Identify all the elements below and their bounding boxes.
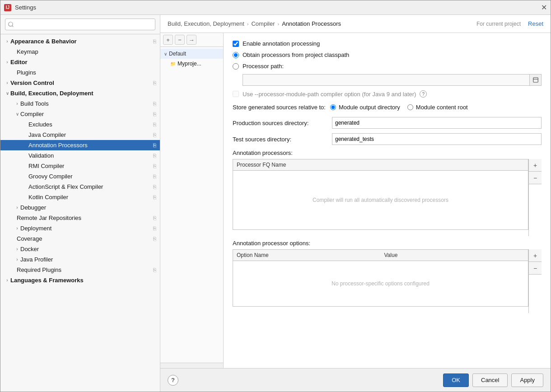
copy-icon: ⎘ [153,101,156,107]
add-option-button[interactable]: + [529,249,542,262]
copy-icon: ⎘ [153,80,156,86]
sidebar-item-label: Kotlin Compiler [28,194,153,201]
production-sources-row: Production sources directory: [233,117,542,129]
sidebar-item-appearance[interactable]: › Appearance & Behavior ⎘ [0,36,160,47]
titlebar: IJ Settings ✕ [0,0,551,15]
sidebar-item-java-profiler[interactable]: › Java Profiler [0,254,160,265]
sidebar-item-label: Java Compiler [28,131,153,138]
cancel-button[interactable]: Cancel [472,373,508,387]
module-content-radio[interactable] [407,104,413,110]
sidebar-item-validation[interactable]: Validation ⎘ [0,150,160,161]
expand-arrow: › [14,257,20,262]
module-content-radio-opt: Module content root [407,104,468,111]
production-sources-input[interactable] [332,117,542,129]
remove-profile-button[interactable]: − [175,35,185,45]
obtain-classpath-radio[interactable] [233,52,239,58]
window-title: Settings [15,4,36,11]
module-path-label: Use --processor-module-path compiler opt… [243,91,416,98]
sidebar-item-groovy-compiler[interactable]: Groovy Compiler ⎘ [0,171,160,182]
sidebar-item-debugger[interactable]: › Debugger [0,202,160,213]
close-button[interactable]: ✕ [541,4,547,11]
profile-scrollbar[interactable] [160,363,223,368]
sidebar-item-label: Deployment [20,225,153,232]
options-table-body: No processor-specific options configured [233,261,528,306]
profile-item-default[interactable]: ∨ Default [160,49,223,59]
expand-arrow: › [4,278,10,283]
sidebar-item-label: RMI Compiler [28,163,153,169]
apply-button[interactable]: Apply [511,373,543,387]
navigate-profile-button[interactable]: → [187,35,196,45]
copy-icon: ⎘ [153,236,156,242]
module-output-radio[interactable] [330,104,336,110]
breadcrumb: Build, Execution, Deployment › Compiler … [168,20,341,27]
sidebar-item-build[interactable]: ∨ Build, Execution, Deployment [0,88,160,98]
copy-icon: ⎘ [153,38,156,45]
sidebar-item-java-compiler[interactable]: Java Compiler ⎘ [0,130,160,140]
test-sources-input[interactable] [332,133,542,145]
copy-icon: ⎘ [153,173,156,180]
processors-section-label: Annotation processors: [233,149,542,156]
help-icon[interactable]: ? [420,90,427,98]
help-button[interactable]: ? [168,375,178,386]
search-input[interactable] [5,19,155,30]
path-input-row [243,74,542,86]
sidebar-item-label: Editor [10,59,160,65]
sidebar-item-editor[interactable]: › Editor [0,57,160,67]
copy-icon: ⎘ [153,153,156,159]
remove-option-button[interactable]: − [529,262,542,275]
profile-list: ∨ Default 📁 Myproje... [160,47,223,363]
sidebar: › Appearance & Behavior ⎘ Keymap › Edito… [0,15,160,392]
processor-path-radio[interactable] [233,63,239,70]
profile-item-myproject[interactable]: 📁 Myproje... [160,59,223,69]
remove-processor-button[interactable]: − [529,172,542,184]
ok-button[interactable]: OK [443,373,469,387]
expand-arrow: ∨ [4,91,10,96]
options-table-header: Option Name Value [233,250,528,261]
browse-path-button[interactable] [530,74,542,86]
settings-window: IJ Settings ✕ › Appearance & Behavior ⎘ [0,0,551,392]
sidebar-item-build-tools[interactable]: › Build Tools ⎘ [0,98,160,109]
sidebar-item-actionscript-compiler[interactable]: ActionScript & Flex Compiler ⎘ [0,182,160,192]
sidebar-item-rmi-compiler[interactable]: RMI Compiler ⎘ [0,161,160,171]
sidebar-item-coverage[interactable]: Coverage ⎘ [0,233,160,244]
sidebar-item-remote-jar[interactable]: Remote Jar Repositories ⎘ [0,213,160,223]
sidebar-item-languages[interactable]: › Languages & Frameworks [0,275,160,285]
processors-table: Processor FQ Name Compiler will run all … [233,159,528,236]
sidebar-item-label: Debugger [20,204,160,211]
sidebar-item-version-control[interactable]: › Version Control ⎘ [0,78,160,88]
sidebar-item-label: Version Control [10,79,153,86]
sidebar-item-plugins[interactable]: Plugins [0,67,160,78]
sidebar-item-docker[interactable]: › Docker [0,244,160,254]
reset-button[interactable]: Reset [528,20,543,27]
breadcrumb-seg2: Compiler [251,20,275,27]
content-area: + − → ∨ Default 📁 [160,33,551,368]
sidebar-item-annotation-processors[interactable]: Annotation Processors ⎘ [0,140,160,150]
processor-path-label: Processor path: [243,63,284,70]
processor-path-input[interactable] [243,74,530,86]
sidebar-item-label: Coverage [17,235,153,242]
test-sources-label: Test sources directory: [233,136,332,143]
expand-arrow: › [4,39,10,44]
add-profile-button[interactable]: + [163,35,173,45]
add-processor-button[interactable]: + [529,159,542,172]
sidebar-item-kotlin-compiler[interactable]: Kotlin Compiler ⎘ [0,192,160,202]
sidebar-item-excludes[interactable]: Excludes ⎘ [0,119,160,130]
sidebar-item-required-plugins[interactable]: Required Plugins ⎘ [0,265,160,275]
sidebar-item-deployment[interactable]: › Deployment ⎘ [0,223,160,233]
store-sources-label: Store generated sources relative to: [233,104,326,111]
sidebar-item-compiler[interactable]: ∨ Compiler ⎘ [0,109,160,119]
search-box [0,15,160,34]
sidebar-item-label: Build Tools [20,100,153,107]
sidebar-item-label: ActionScript & Flex Compiler [28,183,153,190]
copy-icon: ⎘ [153,121,156,128]
enable-annotation-checkbox[interactable] [233,41,239,47]
sidebar-item-label: Groovy Compiler [28,173,153,180]
profile-toolbar: + − → [160,33,223,47]
sidebar-item-label: Plugins [17,69,160,76]
expand-arrow: › [4,60,10,65]
sidebar-item-keymap[interactable]: Keymap [0,47,160,57]
sidebar-item-label: Validation [28,152,153,159]
profile-name: Default [169,51,186,57]
expand-arrow: ∨ [14,112,20,117]
collapse-arrow: ∨ [164,51,167,56]
